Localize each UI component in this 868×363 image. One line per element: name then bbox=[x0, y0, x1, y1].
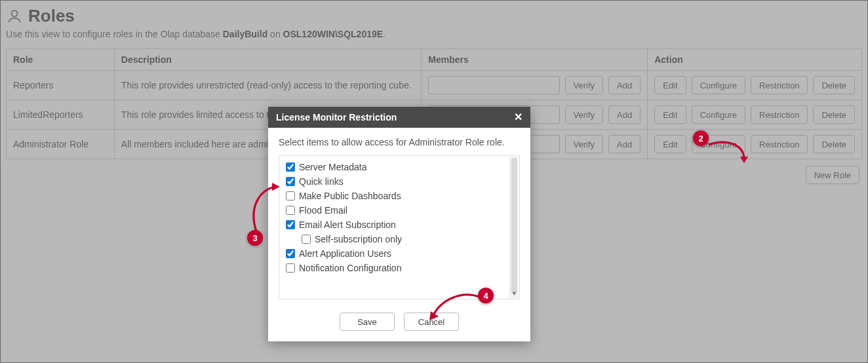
modal-instruction: Select items to allow access for Adminis… bbox=[279, 137, 520, 147]
option-email_alert_subscription[interactable]: Email Alert Subscription bbox=[285, 218, 517, 232]
checkbox-server_metadata[interactable] bbox=[286, 162, 295, 172]
option-make_public_dashboards[interactable]: Make Public Dashboards bbox=[285, 189, 517, 203]
checkbox-self_subscription_only[interactable] bbox=[302, 235, 311, 244]
option-alert_application_users[interactable]: Alert Application Users bbox=[285, 246, 517, 261]
scroll-down-icon[interactable]: ▼ bbox=[510, 289, 519, 298]
checkbox-flood_email[interactable] bbox=[286, 206, 295, 215]
scrollbar[interactable]: ▲ ▼ bbox=[509, 157, 519, 298]
checkbox-quick_links[interactable] bbox=[286, 177, 295, 186]
option-label: Server Metadata bbox=[299, 162, 367, 172]
option-label: Alert Application Users bbox=[299, 248, 391, 259]
checkbox-notification_configuration[interactable] bbox=[286, 263, 295, 273]
checkbox-alert_application_users[interactable] bbox=[286, 249, 295, 258]
option-self_subscription_only[interactable]: Self-subscription only bbox=[285, 232, 517, 246]
option-label: Quick links bbox=[299, 176, 344, 187]
option-label: Self-subscription only bbox=[315, 234, 402, 244]
modal-option-list: ▲ ▼ Server MetadataQuick linksMake Publi… bbox=[279, 155, 520, 299]
modal-title: License Monitor Restriction bbox=[276, 112, 397, 123]
license-monitor-restriction-modal: License Monitor Restriction ✕ Select ite… bbox=[268, 107, 530, 341]
option-flood_email[interactable]: Flood Email bbox=[285, 203, 517, 218]
option-quick_links[interactable]: Quick links bbox=[285, 174, 517, 189]
callout-2: 2 bbox=[693, 130, 709, 146]
cancel-button[interactable]: Cancel bbox=[404, 313, 459, 331]
callout-4: 4 bbox=[478, 288, 494, 303]
checkbox-email_alert_subscription[interactable] bbox=[286, 220, 295, 229]
option-label: Make Public Dashboards bbox=[299, 191, 401, 201]
save-button[interactable]: Save bbox=[340, 313, 395, 331]
option-label: Flood Email bbox=[299, 205, 347, 216]
checkbox-make_public_dashboards[interactable] bbox=[286, 191, 295, 201]
option-server_metadata[interactable]: Server Metadata bbox=[285, 160, 517, 174]
option-label: Notification Configuration bbox=[299, 263, 401, 273]
option-notification_configuration[interactable]: Notification Configuration bbox=[285, 261, 517, 275]
modal-close-button[interactable]: ✕ bbox=[514, 112, 523, 123]
callout-3: 3 bbox=[247, 230, 263, 246]
scroll-thumb[interactable] bbox=[511, 158, 517, 294]
option-label: Email Alert Subscription bbox=[299, 220, 396, 230]
